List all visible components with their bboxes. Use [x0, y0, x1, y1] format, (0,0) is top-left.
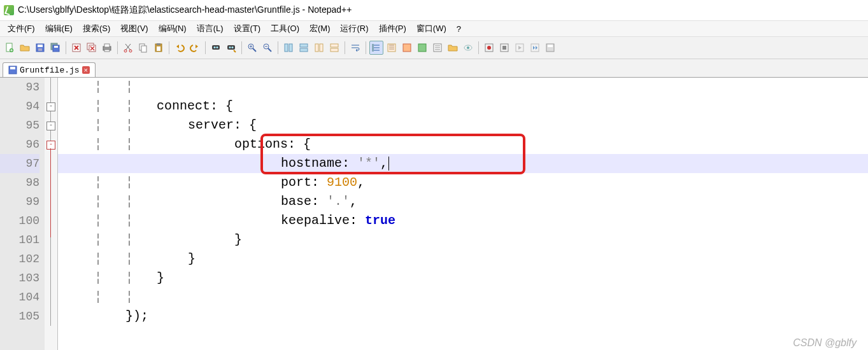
svg-rect-47: [502, 46, 506, 50]
redo-icon[interactable]: [188, 41, 202, 55]
svg-rect-40: [418, 44, 426, 52]
save-macro-icon[interactable]: [543, 41, 557, 55]
open-file-icon[interactable]: [18, 41, 32, 55]
line-number: 102: [0, 249, 39, 269]
menu-settings[interactable]: 设置(T): [229, 22, 266, 36]
svg-rect-20: [157, 46, 160, 51]
svg-rect-51: [548, 45, 553, 47]
svg-point-23: [217, 46, 218, 48]
svg-rect-17: [141, 46, 146, 52]
play-multi-icon[interactable]: [528, 41, 542, 55]
indent-guide-icon[interactable]: [385, 41, 399, 55]
editor[interactable]: 93 94 95 96 97 98 99 100 101 102 103 104…: [0, 78, 868, 350]
svg-point-25: [229, 46, 231, 48]
show-all-chars-icon[interactable]: [369, 41, 383, 55]
line-number: 99: [0, 192, 39, 211]
svg-rect-13: [104, 50, 110, 52]
menu-macro[interactable]: 宏(M): [304, 22, 336, 36]
svg-rect-35: [331, 44, 338, 47]
menu-view[interactable]: 视图(V): [115, 22, 153, 36]
line-number: 93: [0, 78, 39, 97]
menu-run[interactable]: 运行(R): [335, 22, 373, 36]
separator-icon: [66, 41, 66, 54]
svg-rect-32: [300, 48, 308, 52]
line-number: 105: [0, 307, 39, 326]
word-wrap-icon[interactable]: [348, 41, 362, 55]
copy-icon[interactable]: [136, 41, 150, 55]
save-all-icon[interactable]: [48, 41, 62, 55]
svg-rect-31: [300, 44, 308, 47]
menu-plugins[interactable]: 插件(P): [374, 22, 411, 36]
doc-map-icon[interactable]: [415, 41, 429, 55]
fold-box-icon[interactable]: -: [46, 122, 55, 130]
zoom-out-icon[interactable]: [260, 41, 274, 55]
sync-v-icon[interactable]: [281, 41, 295, 55]
app-logo-icon: [4, 5, 14, 15]
user-lang-icon[interactable]: [400, 41, 414, 55]
separator-icon: [366, 41, 366, 54]
sync-v-scroll-icon[interactable]: [312, 41, 326, 55]
window-title: C:\Users\gblfy\Desktop\链路追踪\elasticsearc…: [18, 4, 352, 16]
fold-box-icon[interactable]: -: [46, 141, 55, 150]
svg-point-22: [214, 46, 216, 48]
play-macro-icon[interactable]: [513, 41, 527, 55]
code-key: port: [281, 175, 311, 190]
line-number: 95: [0, 116, 39, 135]
separator-icon: [278, 41, 278, 54]
save-icon[interactable]: [33, 41, 47, 55]
menu-help[interactable]: ?: [452, 23, 466, 35]
menu-window[interactable]: 窗口(W): [411, 22, 452, 36]
menu-encoding[interactable]: 编码(N): [153, 22, 192, 36]
monitor-icon[interactable]: [461, 41, 475, 55]
stop-macro-icon[interactable]: [497, 41, 511, 55]
cut-icon[interactable]: [121, 41, 135, 55]
separator-icon: [169, 41, 169, 54]
tab-label: Gruntfile.js: [20, 66, 80, 75]
separator-icon: [345, 41, 345, 54]
sync-h-scroll-icon[interactable]: [327, 41, 341, 55]
print-icon[interactable]: [100, 41, 114, 55]
fold-gutter: - - -: [45, 78, 58, 350]
menu-tools[interactable]: 工具(O): [266, 22, 304, 36]
menu-language[interactable]: 语言(L): [192, 22, 229, 36]
close-all-icon[interactable]: [85, 41, 99, 55]
line-number: 103: [0, 269, 39, 288]
line-number: 94: [0, 97, 39, 116]
svg-point-26: [232, 46, 234, 48]
fold-box-icon[interactable]: -: [46, 102, 55, 111]
file-saved-icon: [8, 66, 17, 74]
new-file-icon[interactable]: [3, 41, 17, 55]
line-number: 97: [0, 154, 39, 173]
code-area[interactable]: ¦¦¦¦¦¦¦¦¦¦¦¦ ¦¦¦¦¦¦¦¦¦¦¦¦ connect: { ser…: [58, 78, 868, 350]
svg-point-45: [487, 46, 491, 50]
tab-close-icon[interactable]: [82, 66, 90, 74]
replace-icon[interactable]: [224, 41, 238, 55]
svg-rect-37: [372, 44, 374, 52]
menu-file[interactable]: 文件(F): [3, 22, 40, 36]
svg-rect-33: [315, 44, 318, 52]
code-key: base: [281, 194, 311, 209]
zoom-in-icon[interactable]: [245, 41, 259, 55]
separator-icon: [117, 41, 118, 54]
undo-icon[interactable]: [173, 41, 187, 55]
code-keyword: true: [365, 213, 395, 228]
svg-rect-12: [104, 44, 110, 47]
title-bar: C:\Users\gblfy\Desktop\链路追踪\elasticsearc…: [0, 0, 868, 21]
sync-h-icon[interactable]: [297, 41, 311, 55]
code-key: options: [234, 137, 288, 151]
close-icon[interactable]: [69, 41, 83, 55]
menu-edit[interactable]: 编辑(E): [40, 22, 78, 36]
paste-icon[interactable]: [152, 41, 166, 55]
line-number: 101: [0, 230, 39, 249]
svg-rect-3: [38, 45, 43, 47]
find-icon[interactable]: [209, 41, 223, 55]
folder-icon[interactable]: [446, 41, 460, 55]
tab-gruntfile[interactable]: Gruntfile.js: [3, 62, 96, 77]
tab-bar: Gruntfile.js: [0, 59, 868, 78]
code-key: server: [188, 118, 234, 132]
menu-search[interactable]: 搜索(S): [78, 22, 115, 36]
separator-icon: [241, 41, 242, 54]
record-macro-icon[interactable]: [482, 41, 496, 55]
svg-rect-30: [289, 44, 292, 52]
doc-list-icon[interactable]: [430, 41, 445, 55]
